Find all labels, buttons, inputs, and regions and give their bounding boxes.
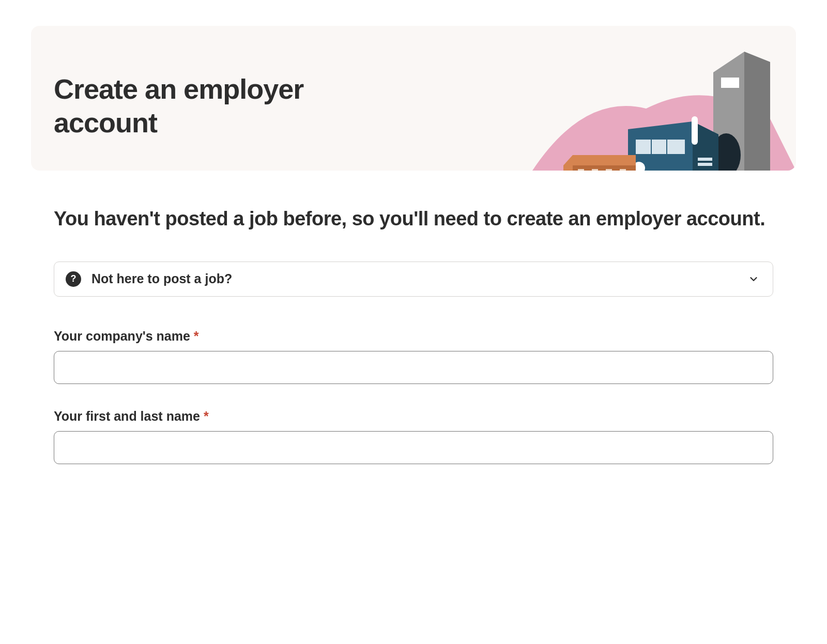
svg-rect-6 — [698, 163, 712, 166]
buildings-illustration — [517, 26, 796, 171]
full-name-input[interactable] — [54, 431, 773, 464]
full-name-group: Your first and last name * — [54, 409, 773, 464]
chevron-down-icon — [748, 273, 759, 285]
company-name-label: Your company's name * — [54, 329, 773, 344]
subtitle: You haven't posted a job before, so you'… — [54, 207, 773, 232]
svg-rect-10 — [578, 169, 584, 171]
not-here-accordion[interactable]: ? Not here to post a job? — [54, 262, 773, 297]
svg-rect-2 — [636, 140, 685, 154]
full-name-label: Your first and last name * — [54, 409, 773, 424]
page-title: Create an employer account — [31, 26, 341, 171]
company-name-group: Your company's name * — [54, 329, 773, 384]
required-indicator: * — [194, 329, 199, 343]
company-name-input[interactable] — [54, 351, 773, 384]
svg-rect-11 — [592, 169, 598, 171]
svg-rect-12 — [606, 169, 612, 171]
hero-card: Create an employer account — [31, 26, 796, 171]
question-icon: ? — [66, 271, 81, 287]
main-content: You haven't posted a job before, so you'… — [31, 171, 796, 464]
required-indicator: * — [204, 409, 209, 423]
svg-rect-5 — [698, 158, 712, 161]
svg-rect-0 — [721, 78, 739, 88]
svg-rect-13 — [620, 169, 626, 171]
svg-rect-7 — [692, 116, 698, 145]
accordion-label: Not here to post a job? — [91, 271, 738, 286]
